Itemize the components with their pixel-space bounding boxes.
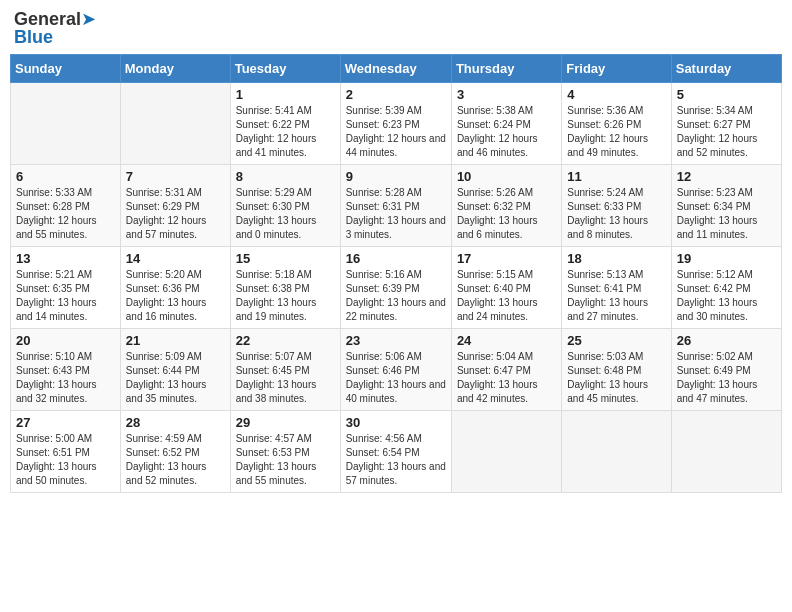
calendar-cell: 29Sunrise: 4:57 AM Sunset: 6:53 PM Dayli…: [230, 411, 340, 493]
day-number: 16: [346, 251, 446, 266]
calendar-cell: [671, 411, 781, 493]
day-info: Sunrise: 5:03 AM Sunset: 6:48 PM Dayligh…: [567, 350, 665, 406]
calendar-cell: 9Sunrise: 5:28 AM Sunset: 6:31 PM Daylig…: [340, 165, 451, 247]
day-number: 9: [346, 169, 446, 184]
calendar-cell: 25Sunrise: 5:03 AM Sunset: 6:48 PM Dayli…: [562, 329, 671, 411]
day-number: 18: [567, 251, 665, 266]
calendar-header-row: SundayMondayTuesdayWednesdayThursdayFrid…: [11, 55, 782, 83]
day-info: Sunrise: 5:09 AM Sunset: 6:44 PM Dayligh…: [126, 350, 225, 406]
day-number: 7: [126, 169, 225, 184]
calendar-cell: 17Sunrise: 5:15 AM Sunset: 6:40 PM Dayli…: [451, 247, 561, 329]
day-number: 19: [677, 251, 776, 266]
calendar-table: SundayMondayTuesdayWednesdayThursdayFrid…: [10, 54, 782, 493]
day-info: Sunrise: 5:16 AM Sunset: 6:39 PM Dayligh…: [346, 268, 446, 324]
day-info: Sunrise: 5:07 AM Sunset: 6:45 PM Dayligh…: [236, 350, 335, 406]
day-number: 26: [677, 333, 776, 348]
day-info: Sunrise: 5:23 AM Sunset: 6:34 PM Dayligh…: [677, 186, 776, 242]
day-info: Sunrise: 5:39 AM Sunset: 6:23 PM Dayligh…: [346, 104, 446, 160]
calendar-week-2: 6Sunrise: 5:33 AM Sunset: 6:28 PM Daylig…: [11, 165, 782, 247]
day-number: 15: [236, 251, 335, 266]
day-info: Sunrise: 4:56 AM Sunset: 6:54 PM Dayligh…: [346, 432, 446, 488]
day-info: Sunrise: 5:26 AM Sunset: 6:32 PM Dayligh…: [457, 186, 556, 242]
calendar-cell: 4Sunrise: 5:36 AM Sunset: 6:26 PM Daylig…: [562, 83, 671, 165]
calendar-cell: [562, 411, 671, 493]
calendar-cell: 26Sunrise: 5:02 AM Sunset: 6:49 PM Dayli…: [671, 329, 781, 411]
calendar-cell: 5Sunrise: 5:34 AM Sunset: 6:27 PM Daylig…: [671, 83, 781, 165]
logo-bird-icon: ➤: [81, 9, 96, 29]
day-info: Sunrise: 4:59 AM Sunset: 6:52 PM Dayligh…: [126, 432, 225, 488]
logo-general: General: [14, 9, 81, 29]
day-number: 13: [16, 251, 115, 266]
day-number: 28: [126, 415, 225, 430]
day-number: 11: [567, 169, 665, 184]
day-info: Sunrise: 5:06 AM Sunset: 6:46 PM Dayligh…: [346, 350, 446, 406]
weekday-header-sunday: Sunday: [11, 55, 121, 83]
day-number: 10: [457, 169, 556, 184]
calendar-cell: 2Sunrise: 5:39 AM Sunset: 6:23 PM Daylig…: [340, 83, 451, 165]
calendar-week-4: 20Sunrise: 5:10 AM Sunset: 6:43 PM Dayli…: [11, 329, 782, 411]
calendar-cell: 13Sunrise: 5:21 AM Sunset: 6:35 PM Dayli…: [11, 247, 121, 329]
calendar-week-5: 27Sunrise: 5:00 AM Sunset: 6:51 PM Dayli…: [11, 411, 782, 493]
day-info: Sunrise: 5:13 AM Sunset: 6:41 PM Dayligh…: [567, 268, 665, 324]
day-number: 12: [677, 169, 776, 184]
calendar-cell: 30Sunrise: 4:56 AM Sunset: 6:54 PM Dayli…: [340, 411, 451, 493]
day-info: Sunrise: 5:04 AM Sunset: 6:47 PM Dayligh…: [457, 350, 556, 406]
calendar-cell: 7Sunrise: 5:31 AM Sunset: 6:29 PM Daylig…: [120, 165, 230, 247]
day-number: 24: [457, 333, 556, 348]
day-info: Sunrise: 5:21 AM Sunset: 6:35 PM Dayligh…: [16, 268, 115, 324]
calendar-week-3: 13Sunrise: 5:21 AM Sunset: 6:35 PM Dayli…: [11, 247, 782, 329]
day-info: Sunrise: 5:28 AM Sunset: 6:31 PM Dayligh…: [346, 186, 446, 242]
day-number: 29: [236, 415, 335, 430]
logo-blue: Blue: [14, 27, 53, 47]
calendar-cell: 10Sunrise: 5:26 AM Sunset: 6:32 PM Dayli…: [451, 165, 561, 247]
day-info: Sunrise: 5:34 AM Sunset: 6:27 PM Dayligh…: [677, 104, 776, 160]
calendar-cell: 1Sunrise: 5:41 AM Sunset: 6:22 PM Daylig…: [230, 83, 340, 165]
day-info: Sunrise: 5:02 AM Sunset: 6:49 PM Dayligh…: [677, 350, 776, 406]
day-number: 23: [346, 333, 446, 348]
day-info: Sunrise: 5:29 AM Sunset: 6:30 PM Dayligh…: [236, 186, 335, 242]
logo: General➤ Blue: [14, 10, 96, 46]
day-number: 25: [567, 333, 665, 348]
day-number: 5: [677, 87, 776, 102]
day-number: 2: [346, 87, 446, 102]
day-number: 4: [567, 87, 665, 102]
calendar-cell: 8Sunrise: 5:29 AM Sunset: 6:30 PM Daylig…: [230, 165, 340, 247]
day-info: Sunrise: 5:36 AM Sunset: 6:26 PM Dayligh…: [567, 104, 665, 160]
calendar-cell: 24Sunrise: 5:04 AM Sunset: 6:47 PM Dayli…: [451, 329, 561, 411]
day-number: 20: [16, 333, 115, 348]
day-number: 30: [346, 415, 446, 430]
calendar-cell: 16Sunrise: 5:16 AM Sunset: 6:39 PM Dayli…: [340, 247, 451, 329]
day-number: 8: [236, 169, 335, 184]
day-number: 22: [236, 333, 335, 348]
weekday-header-friday: Friday: [562, 55, 671, 83]
day-number: 6: [16, 169, 115, 184]
day-info: Sunrise: 5:15 AM Sunset: 6:40 PM Dayligh…: [457, 268, 556, 324]
calendar-cell: 22Sunrise: 5:07 AM Sunset: 6:45 PM Dayli…: [230, 329, 340, 411]
calendar-cell: [11, 83, 121, 165]
day-number: 27: [16, 415, 115, 430]
calendar-cell: 20Sunrise: 5:10 AM Sunset: 6:43 PM Dayli…: [11, 329, 121, 411]
calendar-cell: 11Sunrise: 5:24 AM Sunset: 6:33 PM Dayli…: [562, 165, 671, 247]
weekday-header-monday: Monday: [120, 55, 230, 83]
page-header: General➤ Blue: [10, 10, 782, 46]
calendar-cell: 15Sunrise: 5:18 AM Sunset: 6:38 PM Dayli…: [230, 247, 340, 329]
day-number: 3: [457, 87, 556, 102]
day-info: Sunrise: 5:33 AM Sunset: 6:28 PM Dayligh…: [16, 186, 115, 242]
weekday-header-saturday: Saturday: [671, 55, 781, 83]
weekday-header-tuesday: Tuesday: [230, 55, 340, 83]
calendar-week-1: 1Sunrise: 5:41 AM Sunset: 6:22 PM Daylig…: [11, 83, 782, 165]
day-number: 21: [126, 333, 225, 348]
calendar-cell: 27Sunrise: 5:00 AM Sunset: 6:51 PM Dayli…: [11, 411, 121, 493]
day-info: Sunrise: 5:10 AM Sunset: 6:43 PM Dayligh…: [16, 350, 115, 406]
calendar-cell: 19Sunrise: 5:12 AM Sunset: 6:42 PM Dayli…: [671, 247, 781, 329]
weekday-header-thursday: Thursday: [451, 55, 561, 83]
day-info: Sunrise: 5:31 AM Sunset: 6:29 PM Dayligh…: [126, 186, 225, 242]
calendar-cell: 23Sunrise: 5:06 AM Sunset: 6:46 PM Dayli…: [340, 329, 451, 411]
day-number: 1: [236, 87, 335, 102]
day-info: Sunrise: 5:00 AM Sunset: 6:51 PM Dayligh…: [16, 432, 115, 488]
calendar-cell: 3Sunrise: 5:38 AM Sunset: 6:24 PM Daylig…: [451, 83, 561, 165]
calendar-cell: 14Sunrise: 5:20 AM Sunset: 6:36 PM Dayli…: [120, 247, 230, 329]
day-info: Sunrise: 5:41 AM Sunset: 6:22 PM Dayligh…: [236, 104, 335, 160]
day-info: Sunrise: 5:12 AM Sunset: 6:42 PM Dayligh…: [677, 268, 776, 324]
day-info: Sunrise: 5:20 AM Sunset: 6:36 PM Dayligh…: [126, 268, 225, 324]
